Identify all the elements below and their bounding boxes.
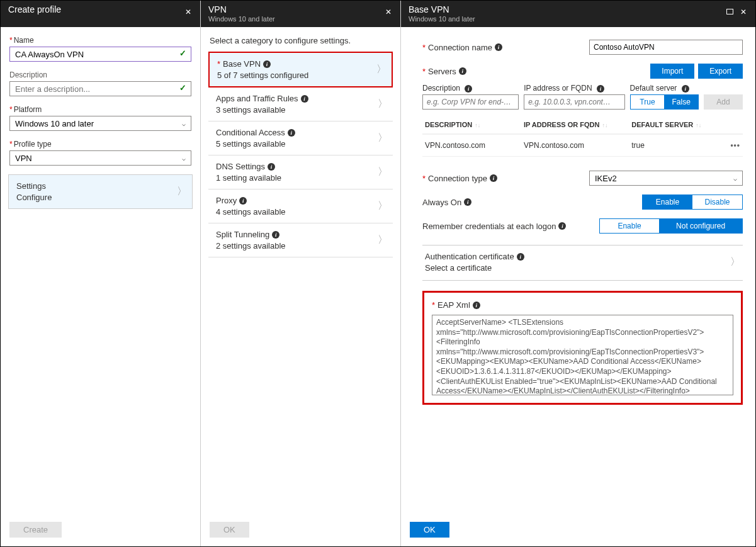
sort-icon[interactable]: ↑↓ bbox=[696, 122, 701, 128]
description-input[interactable] bbox=[9, 81, 191, 96]
server-desc-input[interactable] bbox=[422, 94, 519, 110]
more-icon[interactable]: ••• bbox=[721, 141, 740, 150]
table-row[interactable]: VPN.contoso.com VPN.contoso.com true ••• bbox=[422, 135, 743, 157]
info-icon[interactable]: i bbox=[495, 43, 502, 51]
conn-type-label: Connection type bbox=[428, 174, 487, 183]
connection-name-input[interactable] bbox=[589, 40, 743, 55]
not-configured-option[interactable]: Not configured bbox=[659, 219, 742, 233]
close-icon[interactable] bbox=[385, 6, 393, 13]
chevron-right-icon: 〉 bbox=[376, 63, 386, 76]
chevron-right-icon: 〉 bbox=[378, 132, 388, 145]
chevron-right-icon: 〉 bbox=[378, 234, 388, 247]
enable-option[interactable]: Enable bbox=[643, 195, 692, 209]
chevron-down-icon: ⌵ bbox=[733, 175, 737, 182]
page-subtitle: Windows 10 and later bbox=[409, 15, 475, 23]
settings-value: Configure bbox=[16, 193, 52, 202]
info-icon[interactable]: i bbox=[465, 85, 472, 93]
category-conditional-access[interactable]: Conditional Accessi 5 settings available… bbox=[208, 121, 393, 155]
category-dns-settings[interactable]: DNS Settingsi 1 setting available 〉 bbox=[208, 155, 393, 189]
server-ip-input[interactable] bbox=[524, 94, 624, 110]
default-server-toggle[interactable]: True False bbox=[630, 94, 699, 110]
settings-label: Settings bbox=[16, 181, 52, 191]
maximize-icon[interactable] bbox=[726, 6, 734, 13]
platform-value: Windows 10 and later bbox=[15, 119, 94, 128]
false-option[interactable]: False bbox=[664, 95, 698, 109]
servers-label: Servers bbox=[428, 67, 456, 76]
sort-icon[interactable]: ↑↓ bbox=[602, 122, 607, 128]
pane-header: Base VPN Windows 10 and later bbox=[401, 1, 755, 27]
always-on-label: Always On bbox=[422, 198, 461, 207]
info-icon[interactable]: i bbox=[288, 129, 295, 137]
info-icon[interactable]: i bbox=[682, 85, 689, 93]
chevron-right-icon: 〉 bbox=[730, 256, 740, 269]
info-icon[interactable]: i bbox=[268, 163, 275, 171]
profile-type-label: Profile type bbox=[9, 140, 191, 149]
ok-button[interactable]: OK bbox=[210, 522, 249, 538]
info-icon[interactable]: i bbox=[464, 198, 471, 206]
chevron-right-icon: 〉 bbox=[378, 200, 388, 213]
servers-table-head: DESCRIPTION↑↓ IP ADDRESS OR FQDN↑↓ DEFAU… bbox=[422, 116, 743, 135]
info-icon[interactable]: i bbox=[558, 222, 566, 230]
page-title: Create profile bbox=[8, 4, 61, 14]
remember-creds-toggle[interactable]: Enable Not configured bbox=[599, 218, 743, 234]
sort-icon[interactable]: ↑↓ bbox=[475, 122, 480, 128]
info-icon[interactable]: i bbox=[263, 60, 271, 68]
info-icon[interactable]: i bbox=[473, 302, 480, 309]
category-proxy[interactable]: Proxyi 4 settings available 〉 bbox=[208, 189, 393, 223]
connection-name-label: Connection name bbox=[428, 43, 492, 52]
category-list: *Base VPNi 5 of 7 settings configured 〉 … bbox=[210, 52, 392, 257]
category-base-vpn[interactable]: *Base VPNi 5 of 7 settings configured 〉 bbox=[208, 52, 393, 87]
pane-header: VPN Windows 10 and later bbox=[201, 1, 400, 27]
pane-header: Create profile bbox=[1, 1, 200, 27]
name-label: Name bbox=[9, 36, 191, 45]
platform-label: Platform bbox=[9, 105, 191, 114]
vpn-pane: VPN Windows 10 and later Select a catego… bbox=[201, 1, 401, 546]
close-icon[interactable] bbox=[740, 6, 748, 13]
remember-creds-label: Remember credentials at each logon bbox=[422, 222, 556, 231]
conn-type-select[interactable]: IKEv2 ⌵ bbox=[589, 171, 743, 186]
default-col-label: Default server bbox=[630, 84, 677, 93]
info-icon[interactable]: i bbox=[272, 231, 279, 239]
desc-col-label: Description bbox=[422, 84, 460, 93]
settings-configure-row[interactable]: Settings Configure 〉 bbox=[8, 174, 193, 209]
create-button[interactable]: Create bbox=[9, 522, 62, 538]
enable-option[interactable]: Enable bbox=[600, 219, 659, 233]
ok-button[interactable]: OK bbox=[410, 522, 449, 538]
page-title: VPN bbox=[208, 4, 275, 14]
category-split-tunneling[interactable]: Split Tunnelingi 2 settings available 〉 bbox=[208, 223, 393, 257]
info-icon[interactable]: i bbox=[490, 174, 497, 182]
disable-option[interactable]: Disable bbox=[692, 195, 742, 209]
profile-type-value: VPN bbox=[15, 154, 32, 163]
eap-xml-section: *EAP Xmli bbox=[422, 291, 743, 405]
base-vpn-pane: Base VPN Windows 10 and later *Connectio… bbox=[401, 1, 755, 546]
description-label: Description bbox=[9, 70, 191, 79]
platform-select[interactable]: Windows 10 and later ⌵ bbox=[9, 116, 191, 131]
info-icon[interactable]: i bbox=[597, 85, 604, 93]
name-input[interactable] bbox=[9, 47, 191, 62]
eap-xml-textarea[interactable] bbox=[432, 315, 733, 395]
import-button[interactable]: Import bbox=[650, 64, 694, 79]
chevron-down-icon: ⌵ bbox=[182, 155, 186, 162]
true-option[interactable]: True bbox=[631, 95, 665, 109]
info-icon[interactable]: i bbox=[517, 253, 524, 261]
chevron-right-icon: 〉 bbox=[378, 98, 388, 111]
ip-col-label: IP address or FQDN bbox=[524, 84, 592, 93]
page-subtitle: Windows 10 and later bbox=[208, 15, 275, 23]
close-icon[interactable] bbox=[185, 6, 193, 13]
create-profile-pane: Create profile Name Description Platform bbox=[1, 1, 201, 546]
auth-certificate-row[interactable]: Authentication certificatei Select a cer… bbox=[422, 245, 743, 281]
chevron-right-icon: 〉 bbox=[177, 185, 187, 198]
chevron-right-icon: 〉 bbox=[378, 166, 388, 179]
always-on-toggle[interactable]: Enable Disable bbox=[642, 195, 743, 210]
eap-xml-label: EAP Xml bbox=[437, 300, 470, 310]
category-apps-traffic[interactable]: Apps and Traffic Rulesi 3 settings avail… bbox=[208, 87, 393, 121]
info-icon[interactable]: i bbox=[459, 67, 466, 75]
info-icon[interactable]: i bbox=[239, 197, 247, 205]
add-server-button[interactable]: Add bbox=[704, 94, 743, 110]
page-title: Base VPN bbox=[409, 4, 475, 14]
profile-type-select[interactable]: VPN ⌵ bbox=[9, 150, 191, 166]
info-icon[interactable]: i bbox=[301, 95, 308, 103]
export-button[interactable]: Export bbox=[698, 64, 743, 79]
chevron-down-icon: ⌵ bbox=[182, 120, 186, 127]
intro-text: Select a category to configure settings. bbox=[210, 36, 392, 45]
